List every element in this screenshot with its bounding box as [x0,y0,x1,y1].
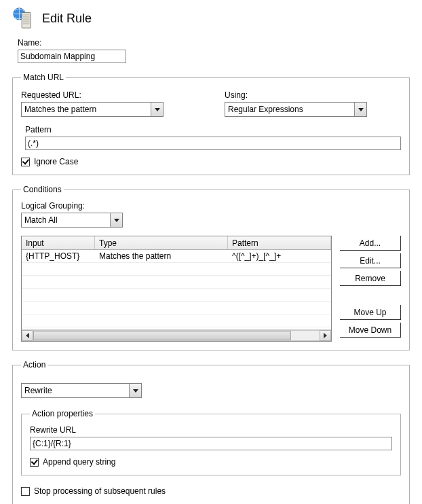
name-input[interactable] [18,50,126,63]
horizontal-scrollbar[interactable] [22,329,331,341]
th-type[interactable]: Type [95,236,228,249]
svg-rect-3 [23,16,29,18]
cell-pattern: ^([^_]+)_[^_]+ [228,251,331,261]
scroll-left-icon[interactable] [22,330,33,341]
rewrite-url-input[interactable] [30,437,392,450]
stop-processing-label: Stop processing of subsequent rules [34,486,166,496]
svg-rect-5 [23,20,29,22]
requested-url-value: Matches the pattern [24,105,96,114]
cell-type: Matches the pattern [95,251,228,261]
page-title: Edit Rule [42,12,92,26]
action-group: Action Rewrite Action properties Rewrite… [12,360,410,504]
rewrite-url-label: Rewrite URL [30,425,392,435]
table-row[interactable]: {HTTP_HOST} Matches the pattern ^([^_]+)… [22,250,331,263]
action-legend: Action [21,360,47,370]
move-up-button[interactable]: Move Up [340,305,401,320]
add-button[interactable]: Add... [340,236,401,251]
scroll-thumb[interactable] [33,331,291,340]
conditions-legend: Conditions [21,185,64,194]
ignore-case-label: Ignore Case [34,157,78,166]
name-label: Name: [18,38,410,48]
ignore-case-checkbox[interactable] [21,158,30,166]
conditions-table[interactable]: Input Type Pattern {HTTP_HOST} Matches t… [21,236,332,342]
action-properties-group: Action properties Rewrite URL Append que… [21,409,401,475]
remove-button[interactable]: Remove [340,271,401,286]
pattern-label: Pattern [25,125,401,134]
action-type-value: Rewrite [24,386,52,395]
chevron-down-icon [354,103,366,116]
svg-rect-6 [23,23,29,24]
chevron-down-icon [151,103,163,116]
using-select[interactable]: Regular Expressions [225,102,367,117]
svg-rect-4 [23,18,29,20]
using-value: Regular Expressions [228,105,303,114]
requested-url-label: Requested URL: [21,90,164,100]
logical-grouping-select[interactable]: Match All [21,213,123,228]
requested-url-select[interactable]: Matches the pattern [21,102,164,117]
cell-input: {HTTP_HOST} [22,251,95,261]
append-query-label: Append query string [43,457,115,467]
th-input[interactable]: Input [22,236,95,249]
stop-processing-checkbox[interactable] [21,487,30,496]
chevron-down-icon [129,384,141,397]
logical-grouping-label: Logical Grouping: [21,201,401,211]
scroll-right-icon[interactable] [320,330,331,341]
conditions-group: Conditions Logical Grouping: Match All I… [12,185,410,350]
logical-grouping-value: Match All [24,215,58,225]
chevron-down-icon [110,213,122,227]
match-url-group: Match URL Requested URL: Matches the pat… [12,73,410,175]
th-pattern[interactable]: Pattern [228,236,331,249]
action-properties-legend: Action properties [30,409,95,418]
edit-button[interactable]: Edit... [340,253,401,268]
pattern-input[interactable] [25,137,401,150]
server-globe-icon [12,7,35,30]
svg-rect-2 [23,14,29,15]
move-down-button[interactable]: Move Down [340,323,401,338]
action-type-select[interactable]: Rewrite [21,383,142,398]
using-label: Using: [225,90,367,100]
match-url-legend: Match URL [21,73,66,82]
append-query-checkbox[interactable] [30,458,39,467]
